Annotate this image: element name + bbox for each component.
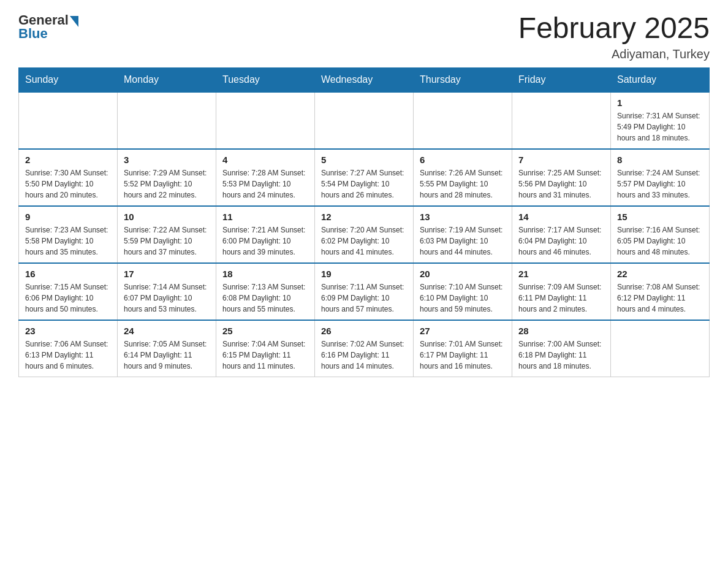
day-info: Sunrise: 7:00 AM Sunset: 6:18 PM Dayligh… <box>518 339 604 372</box>
day-number: 13 <box>420 212 506 222</box>
calendar-cell: 19Sunrise: 7:11 AM Sunset: 6:09 PM Dayli… <box>315 263 414 320</box>
month-title: February 2025 <box>518 12 710 45</box>
day-info: Sunrise: 7:05 AM Sunset: 6:14 PM Dayligh… <box>124 339 210 372</box>
day-info: Sunrise: 7:21 AM Sunset: 6:00 PM Dayligh… <box>222 224 308 258</box>
day-info: Sunrise: 7:09 AM Sunset: 6:11 PM Dayligh… <box>518 282 604 315</box>
calendar-weekday-wednesday: Wednesday <box>315 67 414 92</box>
day-number: 25 <box>222 326 308 336</box>
day-number: 8 <box>617 155 703 165</box>
day-info: Sunrise: 7:14 AM Sunset: 6:07 PM Dayligh… <box>124 282 210 315</box>
logo-arrow-icon <box>70 16 78 27</box>
day-info: Sunrise: 7:28 AM Sunset: 5:53 PM Dayligh… <box>222 167 308 201</box>
day-info: Sunrise: 7:25 AM Sunset: 5:56 PM Dayligh… <box>518 167 604 201</box>
calendar-cell <box>611 320 710 377</box>
day-number: 9 <box>25 212 111 222</box>
day-info: Sunrise: 7:06 AM Sunset: 6:13 PM Dayligh… <box>25 339 111 372</box>
calendar-cell: 27Sunrise: 7:01 AM Sunset: 6:17 PM Dayli… <box>414 320 512 377</box>
calendar-cell <box>512 92 611 149</box>
calendar-cell: 8Sunrise: 7:24 AM Sunset: 5:57 PM Daylig… <box>611 149 710 206</box>
day-number: 5 <box>321 155 407 165</box>
calendar-week-row: 23Sunrise: 7:06 AM Sunset: 6:13 PM Dayli… <box>19 320 710 377</box>
day-number: 10 <box>124 212 210 222</box>
day-number: 26 <box>321 326 407 336</box>
day-number: 21 <box>518 269 604 279</box>
day-number: 4 <box>222 155 308 165</box>
day-number: 16 <box>25 269 111 279</box>
calendar-cell: 24Sunrise: 7:05 AM Sunset: 6:14 PM Dayli… <box>118 320 216 377</box>
day-number: 14 <box>518 212 604 222</box>
calendar-cell: 18Sunrise: 7:13 AM Sunset: 6:08 PM Dayli… <box>216 263 315 320</box>
day-info: Sunrise: 7:13 AM Sunset: 6:08 PM Dayligh… <box>222 282 308 315</box>
calendar-weekday-monday: Monday <box>118 67 216 92</box>
day-info: Sunrise: 7:24 AM Sunset: 5:57 PM Dayligh… <box>617 167 703 201</box>
calendar-cell: 11Sunrise: 7:21 AM Sunset: 6:00 PM Dayli… <box>216 206 315 263</box>
calendar-cell: 3Sunrise: 7:29 AM Sunset: 5:52 PM Daylig… <box>118 149 216 206</box>
day-number: 17 <box>124 269 210 279</box>
day-number: 27 <box>420 326 506 336</box>
calendar-cell: 16Sunrise: 7:15 AM Sunset: 6:06 PM Dayli… <box>19 263 118 320</box>
location: Adiyaman, Turkey <box>518 47 710 61</box>
calendar-weekday-tuesday: Tuesday <box>216 67 315 92</box>
day-number: 1 <box>617 98 703 108</box>
calendar-header-row: SundayMondayTuesdayWednesdayThursdayFrid… <box>19 67 710 92</box>
day-info: Sunrise: 7:10 AM Sunset: 6:10 PM Dayligh… <box>420 282 506 315</box>
day-number: 3 <box>124 155 210 165</box>
day-number: 28 <box>518 326 604 336</box>
calendar-cell <box>118 92 216 149</box>
calendar-cell: 26Sunrise: 7:02 AM Sunset: 6:16 PM Dayli… <box>315 320 414 377</box>
calendar-cell: 9Sunrise: 7:23 AM Sunset: 5:58 PM Daylig… <box>19 206 118 263</box>
calendar-week-row: 9Sunrise: 7:23 AM Sunset: 5:58 PM Daylig… <box>19 206 710 263</box>
day-info: Sunrise: 7:20 AM Sunset: 6:02 PM Dayligh… <box>321 224 407 258</box>
day-info: Sunrise: 7:02 AM Sunset: 6:16 PM Dayligh… <box>321 339 407 372</box>
calendar-cell: 7Sunrise: 7:25 AM Sunset: 5:56 PM Daylig… <box>512 149 611 206</box>
day-info: Sunrise: 7:11 AM Sunset: 6:09 PM Dayligh… <box>321 282 407 315</box>
calendar-cell: 10Sunrise: 7:22 AM Sunset: 5:59 PM Dayli… <box>118 206 216 263</box>
calendar-week-row: 1Sunrise: 7:31 AM Sunset: 5:49 PM Daylig… <box>19 92 710 149</box>
day-number: 24 <box>124 326 210 336</box>
page-header: General Blue February 2025 Adiyaman, Tur… <box>18 12 710 61</box>
calendar-cell: 23Sunrise: 7:06 AM Sunset: 6:13 PM Dayli… <box>19 320 118 377</box>
day-number: 11 <box>222 212 308 222</box>
calendar-cell: 2Sunrise: 7:30 AM Sunset: 5:50 PM Daylig… <box>19 149 118 206</box>
calendar-cell: 21Sunrise: 7:09 AM Sunset: 6:11 PM Dayli… <box>512 263 611 320</box>
title-section: February 2025 Adiyaman, Turkey <box>518 12 710 61</box>
calendar-cell: 15Sunrise: 7:16 AM Sunset: 6:05 PM Dayli… <box>611 206 710 263</box>
day-number: 12 <box>321 212 407 222</box>
calendar-weekday-saturday: Saturday <box>611 67 710 92</box>
calendar-cell: 14Sunrise: 7:17 AM Sunset: 6:04 PM Dayli… <box>512 206 611 263</box>
calendar-cell: 4Sunrise: 7:28 AM Sunset: 5:53 PM Daylig… <box>216 149 315 206</box>
day-info: Sunrise: 7:04 AM Sunset: 6:15 PM Dayligh… <box>222 339 308 372</box>
calendar-cell <box>315 92 414 149</box>
day-number: 15 <box>617 212 703 222</box>
calendar-week-row: 2Sunrise: 7:30 AM Sunset: 5:50 PM Daylig… <box>19 149 710 206</box>
calendar-weekday-sunday: Sunday <box>19 67 118 92</box>
logo: General Blue <box>18 12 78 42</box>
calendar-cell: 25Sunrise: 7:04 AM Sunset: 6:15 PM Dayli… <box>216 320 315 377</box>
calendar-cell: 5Sunrise: 7:27 AM Sunset: 5:54 PM Daylig… <box>315 149 414 206</box>
calendar-table: SundayMondayTuesdayWednesdayThursdayFrid… <box>18 67 710 377</box>
day-number: 23 <box>25 326 111 336</box>
calendar-cell: 17Sunrise: 7:14 AM Sunset: 6:07 PM Dayli… <box>118 263 216 320</box>
calendar-cell: 22Sunrise: 7:08 AM Sunset: 6:12 PM Dayli… <box>611 263 710 320</box>
calendar-cell: 6Sunrise: 7:26 AM Sunset: 5:55 PM Daylig… <box>414 149 512 206</box>
day-info: Sunrise: 7:15 AM Sunset: 6:06 PM Dayligh… <box>25 282 111 315</box>
calendar-cell: 1Sunrise: 7:31 AM Sunset: 5:49 PM Daylig… <box>611 92 710 149</box>
day-info: Sunrise: 7:17 AM Sunset: 6:04 PM Dayligh… <box>518 224 604 258</box>
day-info: Sunrise: 7:22 AM Sunset: 5:59 PM Dayligh… <box>124 224 210 258</box>
calendar-cell: 28Sunrise: 7:00 AM Sunset: 6:18 PM Dayli… <box>512 320 611 377</box>
calendar-cell <box>19 92 118 149</box>
calendar-weekday-friday: Friday <box>512 67 611 92</box>
day-info: Sunrise: 7:26 AM Sunset: 5:55 PM Dayligh… <box>420 167 506 201</box>
day-number: 22 <box>617 269 703 279</box>
day-info: Sunrise: 7:16 AM Sunset: 6:05 PM Dayligh… <box>617 224 703 258</box>
calendar-cell: 13Sunrise: 7:19 AM Sunset: 6:03 PM Dayli… <box>414 206 512 263</box>
day-number: 6 <box>420 155 506 165</box>
day-number: 19 <box>321 269 407 279</box>
day-info: Sunrise: 7:23 AM Sunset: 5:58 PM Dayligh… <box>25 224 111 258</box>
day-info: Sunrise: 7:27 AM Sunset: 5:54 PM Dayligh… <box>321 167 407 201</box>
day-number: 2 <box>25 155 111 165</box>
calendar-cell <box>216 92 315 149</box>
day-number: 7 <box>518 155 604 165</box>
day-info: Sunrise: 7:29 AM Sunset: 5:52 PM Dayligh… <box>124 167 210 201</box>
logo-blue-text: Blue <box>18 26 48 42</box>
